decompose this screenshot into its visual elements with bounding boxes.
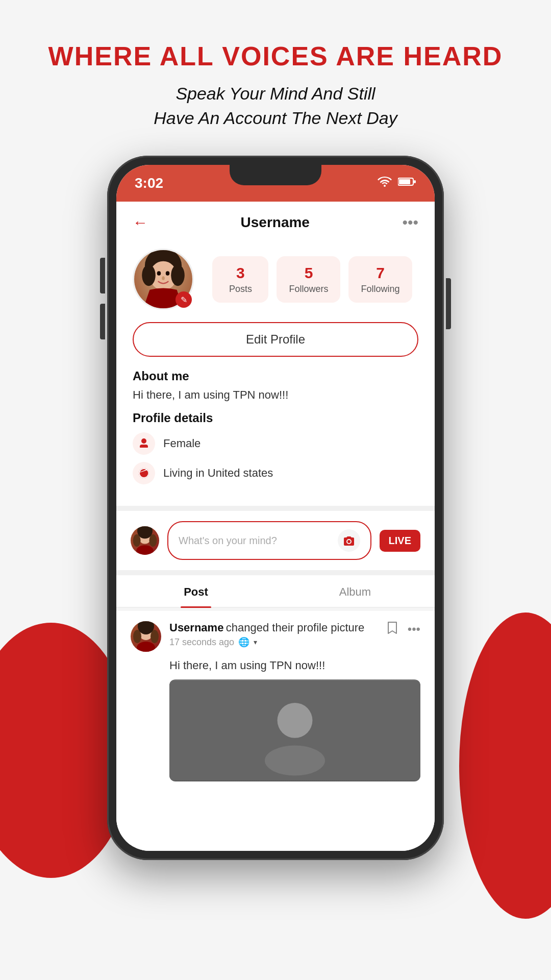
following-label: Following [361, 284, 399, 295]
post-meta: Username changed their profile picture 1… [169, 621, 364, 648]
stat-posts[interactable]: 3 Posts [212, 256, 268, 303]
wifi-icon [378, 177, 392, 190]
tab-post[interactable]: Post [116, 577, 276, 607]
composer-input-field[interactable]: What's on your mind? [167, 521, 371, 560]
about-section: About me Hi there, I am using TPN now!!!… [116, 369, 435, 504]
stats-row: 3 Posts 5 Followers 7 Following [206, 256, 418, 303]
phone-notch [230, 165, 321, 185]
globe-icon: 🌐 [238, 636, 249, 648]
followers-label: Followers [289, 284, 328, 295]
about-title: About me [133, 369, 418, 383]
svg-point-10 [149, 290, 178, 308]
stat-following[interactable]: 7 Following [348, 256, 412, 303]
bio-text: Hi there, I am using TPN now!!! [133, 388, 418, 402]
svg-point-18 [137, 642, 155, 652]
location-icon [133, 462, 155, 484]
svg-point-8 [166, 271, 170, 276]
avatar-wrapper: ✎ [133, 249, 194, 310]
svg-rect-1 [399, 179, 410, 184]
svg-rect-2 [414, 180, 416, 183]
status-time: 3:02 [135, 175, 163, 191]
post-more-button[interactable]: ••• [408, 622, 420, 636]
camera-button[interactable] [338, 529, 360, 552]
location-detail: Living in United states [133, 462, 418, 484]
post-username-action: Username changed their profile picture [169, 621, 364, 634]
pencil-icon: ✎ [181, 295, 187, 305]
post-content: Hi there, I am using TPN now!!! [131, 659, 420, 672]
header-username: Username [241, 214, 310, 231]
more-options-button[interactable]: ••• [402, 214, 418, 231]
composer-placeholder: What's on your mind? [179, 535, 277, 547]
phone-mockup: 3:02 [107, 156, 444, 860]
post-user-info: Username changed their profile picture 1… [131, 621, 364, 652]
page-subheadline: Speak Your Mind And Still Have An Accoun… [154, 82, 397, 130]
gender-detail: Female [133, 432, 418, 455]
stat-followers[interactable]: 5 Followers [277, 256, 340, 303]
page-headline: WHERE ALL VOICES ARE HEARD [48, 41, 503, 71]
chevron-icon: ▾ [254, 638, 257, 646]
svg-point-23 [278, 703, 313, 738]
followers-count: 5 [289, 264, 328, 282]
tab-album[interactable]: Album [276, 577, 435, 607]
edit-avatar-button[interactable]: ✎ [176, 291, 192, 308]
battery-icon [398, 177, 416, 190]
svg-point-6 [171, 265, 185, 286]
section-divider [116, 506, 435, 511]
location-text: Living in United states [163, 467, 273, 480]
app-content: ← Username ••• [116, 202, 435, 851]
posts-label: Posts [224, 284, 256, 295]
app-header: ← Username ••• [116, 202, 435, 243]
live-button[interactable]: LIVE [380, 530, 420, 552]
svg-point-7 [157, 271, 161, 276]
composer-avatar [131, 526, 159, 555]
bookmark-button[interactable] [387, 621, 397, 638]
back-button[interactable]: ← [133, 214, 148, 231]
post-avatar [131, 621, 161, 652]
gender-text: Female [163, 437, 201, 450]
svg-point-9 [162, 276, 165, 280]
following-count: 7 [361, 264, 399, 282]
post-time: 17 seconds ago 🌐 ▾ [169, 636, 364, 648]
composer-divider [116, 570, 435, 575]
profile-section: ✎ 3 Posts 5 Followers [116, 243, 435, 322]
post-image [169, 679, 420, 781]
post-header: Username changed their profile picture 1… [131, 621, 420, 652]
post-username: Username [169, 621, 223, 634]
post-item: Username changed their profile picture 1… [116, 611, 435, 792]
post-composer: What's on your mind? LIVE [116, 513, 435, 568]
svg-point-24 [265, 746, 325, 776]
post-action: changed their profile picture [226, 621, 365, 634]
svg-point-5 [142, 265, 156, 286]
content-tabs: Post Album [116, 577, 435, 608]
post-actions-right: ••• [387, 621, 420, 638]
posts-count: 3 [224, 264, 256, 282]
svg-point-13 [136, 546, 154, 555]
edit-profile-button[interactable]: Edit Profile [133, 322, 418, 357]
status-icons [378, 177, 416, 190]
female-icon [133, 432, 155, 455]
profile-details-title: Profile details [133, 411, 418, 425]
